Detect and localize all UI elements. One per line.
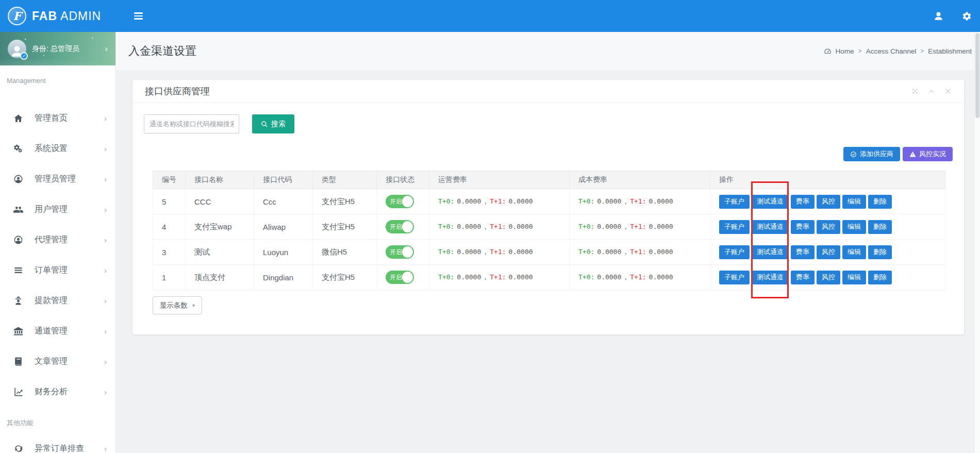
search-row: 搜索 <box>144 114 294 133</box>
sidebar-item-label: 通道管理 <box>35 326 68 337</box>
status-toggle[interactable]: 开启 <box>386 245 414 259</box>
suppliers-table: 编号 接口名称 接口代码 类型 接口状态 运营费率 成本费率 操作 5 <box>153 171 945 290</box>
cell-name: CCC <box>186 189 254 214</box>
sync-icon <box>13 444 23 453</box>
cell-actions: 子账户测试通道费率风控编辑删除 <box>710 214 945 240</box>
table-row: 5 CCC Ccc 支付宝H5 开启 T+0:0.0000，T+1:0.0000… <box>153 189 945 214</box>
sidebar-item-admin-management[interactable]: 管理员管理› <box>0 164 115 194</box>
risk-control-button[interactable]: 风控 <box>817 220 840 234</box>
cell-code: Ccc <box>254 189 313 214</box>
sub-account-button[interactable]: 子账户 <box>719 195 750 209</box>
sidebar-item-dashboard[interactable]: 管理首页› <box>0 103 115 133</box>
expand-card-button[interactable] <box>911 88 919 95</box>
brand-bold: FAB <box>32 9 57 23</box>
scrollbar-thumb[interactable] <box>975 33 979 118</box>
t0-value: 0.0000 <box>597 197 621 205</box>
rate-separator: ， <box>482 197 489 205</box>
cell-id: 1 <box>153 265 186 290</box>
user-circle-icon <box>13 235 23 245</box>
chevron-right-icon: › <box>105 44 108 54</box>
t1-value: 0.0000 <box>649 273 673 281</box>
sidebar-item-label: 代理管理 <box>35 234 68 245</box>
page-size-dropdown[interactable]: 显示条数 ▾ <box>153 296 202 314</box>
scrollbar-track[interactable] <box>974 32 980 453</box>
test-channel-button[interactable]: 测试通道 <box>752 271 789 284</box>
search-input[interactable] <box>144 114 239 133</box>
rate-button[interactable]: 费率 <box>791 195 815 209</box>
search-button[interactable]: 搜索 <box>252 114 294 133</box>
edit-button[interactable]: 编辑 <box>842 271 866 284</box>
header-name: 接口名称 <box>186 171 254 189</box>
sub-account-button[interactable]: 子账户 <box>719 220 750 234</box>
t0-label: T+0: <box>578 223 594 230</box>
sidebar-item-system-settings[interactable]: 系统设置› <box>0 133 115 164</box>
status-toggle[interactable]: 开启 <box>386 195 414 208</box>
settings-button[interactable] <box>962 11 972 21</box>
sidebar-item-channel-management[interactable]: 通道管理› <box>0 316 115 346</box>
warning-triangle-icon <box>909 151 916 158</box>
delete-button[interactable]: 删除 <box>868 245 892 259</box>
rate-button[interactable]: 费率 <box>791 245 815 259</box>
cell-id: 4 <box>153 214 186 240</box>
breadcrumb-home[interactable]: Home <box>836 47 854 55</box>
cell-type: 支付宝H5 <box>313 265 377 290</box>
breadcrumb-access-channel[interactable]: Access Channel <box>866 47 917 55</box>
close-card-button[interactable] <box>944 88 952 95</box>
verified-badge-icon: ✓ <box>20 52 28 60</box>
edit-button[interactable]: 编辑 <box>842 220 866 234</box>
cell-status: 开启 <box>377 189 429 214</box>
cell-op-rate: T+0:0.0000，T+1:0.0000 <box>429 240 570 265</box>
sidebar-item-agent-management[interactable]: 代理管理› <box>0 225 115 255</box>
sidebar-item-finance-analysis[interactable]: 财务分析› <box>0 377 115 407</box>
risk-control-button[interactable]: 风控 <box>817 271 840 284</box>
user-menu-button[interactable] <box>934 11 943 21</box>
chevron-right-icon: › <box>104 388 107 396</box>
delete-button[interactable]: 删除 <box>868 271 892 284</box>
edit-button[interactable]: 编辑 <box>842 195 866 209</box>
chevron-right-icon: › <box>104 114 107 123</box>
test-channel-button[interactable]: 测试通道 <box>752 220 789 234</box>
t1-label: T+1: <box>630 248 646 256</box>
sub-account-button[interactable]: 子账户 <box>719 271 750 284</box>
collapse-card-button[interactable] <box>928 88 935 95</box>
edit-button[interactable]: 编辑 <box>842 245 866 259</box>
profile-panel[interactable]: ✓ 身份: 总管理员 › <box>0 32 115 65</box>
suppliers-table-wrap: 编号 接口名称 接口代码 类型 接口状态 运营费率 成本费率 操作 5 <box>153 171 945 290</box>
cell-cost-rate: T+0:0.0000，T+1:0.0000 <box>570 265 710 290</box>
status-toggle[interactable]: 开启 <box>386 220 414 233</box>
delete-button[interactable]: 删除 <box>868 195 892 209</box>
delete-button[interactable]: 删除 <box>868 220 892 234</box>
rate-button[interactable]: 费率 <box>791 220 815 234</box>
sidebar: ✓ 身份: 总管理员 › Management 管理首页› 系统设置› 管理员管… <box>0 32 116 453</box>
rate-button[interactable]: 费率 <box>791 271 815 284</box>
header-code: 接口代码 <box>254 171 313 189</box>
risk-control-button[interactable]: 风控 <box>817 195 840 209</box>
t0-value: 0.0000 <box>457 223 481 230</box>
sidebar-item-abnormal-orders[interactable]: 异常订单排查› <box>0 433 115 453</box>
status-toggle[interactable]: 开启 <box>386 271 414 284</box>
breadcrumb-separator: > <box>920 47 924 55</box>
t1-label: T+1: <box>630 197 646 205</box>
brand: F FAB ADMIN <box>0 0 116 32</box>
sub-account-button[interactable]: 子账户 <box>719 245 750 259</box>
t0-value: 0.0000 <box>457 197 481 205</box>
header-id: 编号 <box>153 171 186 189</box>
breadcrumb-separator: > <box>858 47 862 55</box>
test-channel-button[interactable]: 测试通道 <box>752 245 789 259</box>
sidebar-item-article-management[interactable]: 文章管理› <box>0 346 115 377</box>
t0-value: 0.0000 <box>597 248 621 256</box>
t0-label: T+0: <box>578 248 594 256</box>
t0-value: 0.0000 <box>597 273 621 281</box>
sidebar-toggle-button[interactable] <box>131 9 146 23</box>
add-supplier-button[interactable]: 添加供应商 <box>843 147 900 161</box>
sidebar-item-user-management[interactable]: 用户管理› <box>0 194 115 225</box>
t1-value: 0.0000 <box>649 197 673 205</box>
risk-live-label: 风控实况 <box>919 149 946 159</box>
cell-status: 开启 <box>377 214 429 240</box>
t1-value: 0.0000 <box>509 197 533 205</box>
sidebar-item-order-management[interactable]: 订单管理› <box>0 255 115 286</box>
risk-live-button[interactable]: 风控实况 <box>903 147 953 161</box>
sidebar-item-withdraw-management[interactable]: 提款管理› <box>0 286 115 316</box>
test-channel-button[interactable]: 测试通道 <box>752 195 789 209</box>
risk-control-button[interactable]: 风控 <box>817 245 840 259</box>
